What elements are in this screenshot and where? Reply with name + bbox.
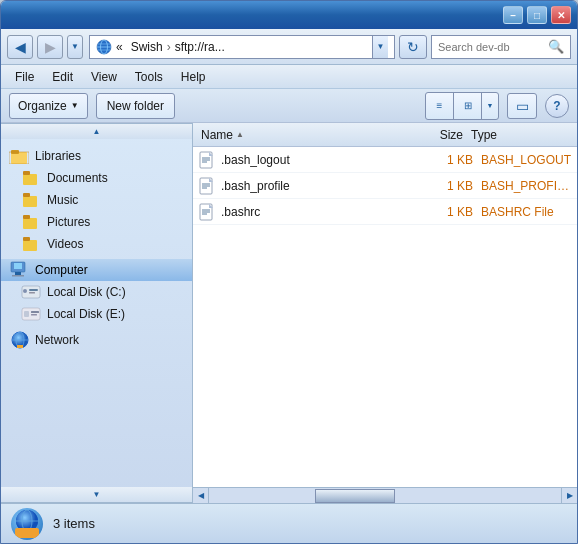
menu-edit[interactable]: Edit: [44, 68, 81, 86]
file-row[interactable]: .bash_logout 1 KB BASH_LOGOUT: [193, 147, 577, 173]
library-icon: [9, 148, 29, 164]
col-header-size[interactable]: Size: [397, 128, 467, 142]
h-scroll-track[interactable]: [209, 488, 561, 503]
col-header-type[interactable]: Type: [467, 128, 573, 142]
pictures-label: Pictures: [47, 215, 90, 229]
svg-point-21: [23, 289, 27, 293]
address-icon: [96, 39, 112, 55]
file-icon-bash-logout: [197, 152, 217, 168]
explorer-window: – □ ✕ ◀ ▶ ▼ «: [0, 0, 578, 544]
svg-rect-27: [31, 314, 37, 316]
file-row[interactable]: .bashrc 1 KB BASHRC File: [193, 199, 577, 225]
menu-bar: File Edit View Tools Help: [1, 65, 577, 89]
file-size-bash-logout: 1 KB: [411, 153, 481, 167]
sidebar-scroll-down[interactable]: ▼: [1, 487, 192, 503]
file-name-bash-profile: .bash_profile: [221, 179, 411, 193]
menu-tools[interactable]: Tools: [127, 68, 171, 86]
preview-pane-button[interactable]: ▭: [507, 93, 537, 119]
svg-rect-15: [23, 237, 30, 241]
menu-view[interactable]: View: [83, 68, 125, 86]
documents-icon: [21, 170, 41, 186]
network-icon: [9, 332, 29, 348]
forward-button[interactable]: ▶: [37, 35, 63, 59]
back-button[interactable]: ◀: [7, 35, 33, 59]
col-header-name[interactable]: Name ▲: [197, 128, 397, 142]
sidebar-item-videos[interactable]: Videos: [1, 233, 192, 255]
sidebar-item-computer[interactable]: Computer: [1, 259, 192, 281]
file-size-bashrc: 1 KB: [411, 205, 481, 219]
main-content: ▲ Libraries: [1, 123, 577, 503]
sidebar-scroll[interactable]: Libraries Documents: [1, 139, 192, 487]
svg-rect-23: [29, 292, 35, 294]
search-input[interactable]: [438, 41, 544, 53]
toolbar: Organize ▼ New folder ≡ ⊞ ▼ ▭ ?: [1, 89, 577, 123]
nav-dropdown-button[interactable]: ▼: [67, 35, 83, 59]
sidebar-item-music[interactable]: Music: [1, 189, 192, 211]
network-label: Network: [35, 333, 79, 347]
minimize-button[interactable]: –: [503, 6, 523, 24]
menu-file[interactable]: File: [7, 68, 42, 86]
view-buttons: ≡ ⊞ ▼: [425, 92, 499, 120]
address-path: « Swish › sftp://ra...: [116, 40, 368, 54]
file-name-bash-logout: .bash_logout: [221, 153, 411, 167]
svg-rect-26: [31, 311, 39, 313]
svg-rect-12: [23, 218, 37, 229]
status-item-count: 3 items: [53, 516, 95, 531]
svg-rect-17: [14, 263, 22, 269]
svg-rect-18: [15, 272, 21, 275]
sidebar-section-network: Network: [1, 327, 192, 353]
sidebar-item-local-e[interactable]: Local Disk (E:): [1, 303, 192, 325]
sidebar-item-documents[interactable]: Documents: [1, 167, 192, 189]
organize-button[interactable]: Organize ▼: [9, 93, 88, 119]
maximize-button[interactable]: □: [527, 6, 547, 24]
sidebar-section-libraries: Libraries Documents: [1, 143, 192, 257]
svg-rect-11: [23, 193, 30, 197]
svg-rect-9: [23, 171, 30, 175]
svg-rect-13: [23, 215, 30, 219]
status-bar: 3 items: [1, 503, 577, 543]
file-type-bash-profile: BASH_PROFILE F: [481, 179, 573, 193]
file-row[interactable]: .bash_profile 1 KB BASH_PROFILE F: [193, 173, 577, 199]
file-type-bash-logout: BASH_LOGOUT: [481, 153, 573, 167]
h-scroll-thumb[interactable]: [315, 489, 395, 503]
sidebar-item-libraries[interactable]: Libraries: [1, 145, 192, 167]
column-headers: Name ▲ Size Type: [193, 123, 577, 147]
help-button[interactable]: ?: [545, 94, 569, 118]
organize-dropdown-icon: ▼: [71, 101, 79, 110]
file-size-bash-profile: 1 KB: [411, 179, 481, 193]
h-scroll-right-button[interactable]: ▶: [561, 488, 577, 504]
svg-rect-53: [21, 532, 33, 538]
sidebar-inner: Libraries Documents: [1, 139, 192, 487]
svg-rect-25: [24, 311, 29, 317]
file-list: .bash_logout 1 KB BASH_LOGOUT: [193, 147, 577, 487]
file-icon-bash-profile: [197, 178, 217, 194]
sidebar-scroll-up[interactable]: ▲: [1, 123, 192, 139]
close-button[interactable]: ✕: [551, 6, 571, 24]
address-dropdown-button[interactable]: ▼: [372, 35, 388, 59]
search-icon[interactable]: 🔍: [548, 39, 564, 54]
menu-help[interactable]: Help: [173, 68, 214, 86]
sort-arrow-icon: ▲: [236, 130, 244, 139]
sidebar-item-pictures[interactable]: Pictures: [1, 211, 192, 233]
refresh-button[interactable]: ↻: [399, 35, 427, 59]
new-folder-button[interactable]: New folder: [96, 93, 175, 119]
libraries-label: Libraries: [35, 149, 81, 163]
sidebar-section-computer: Computer Local Disk: [1, 257, 192, 327]
local-disk-c-label: Local Disk (C:): [47, 285, 126, 299]
sidebar: ▲ Libraries: [1, 123, 193, 503]
music-icon: [21, 192, 41, 208]
search-box: 🔍: [431, 35, 571, 59]
view-list-button[interactable]: ≡: [426, 93, 454, 119]
svg-rect-22: [29, 289, 38, 291]
pictures-icon: [21, 214, 41, 230]
view-details-button[interactable]: ⊞: [454, 93, 482, 119]
sidebar-item-network[interactable]: Network: [1, 329, 192, 351]
status-network-icon: [11, 508, 43, 540]
sidebar-item-local-c[interactable]: Local Disk (C:): [1, 281, 192, 303]
svg-rect-32: [17, 345, 23, 348]
horizontal-scrollbar: ◀ ▶: [193, 487, 577, 503]
h-scroll-left-button[interactable]: ◀: [193, 488, 209, 504]
videos-label: Videos: [47, 237, 83, 251]
view-dropdown-button[interactable]: ▼: [482, 93, 498, 119]
address-box[interactable]: « Swish › sftp://ra... ▼: [89, 35, 395, 59]
